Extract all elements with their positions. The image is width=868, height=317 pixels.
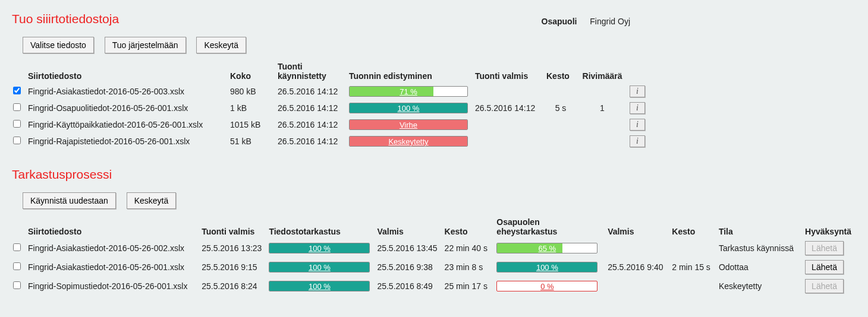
file-name: Fingrid-Asiakastiedot-2016-05-26-001.xsl…	[26, 258, 199, 277]
import-done	[473, 83, 544, 100]
col2-file: Siirtotiedosto	[26, 215, 199, 239]
cancel-import-button[interactable]: Keskeytä	[196, 37, 246, 53]
import-button[interactable]: Tuo järjestelmään	[105, 37, 186, 53]
integrity-bar: 100 %	[496, 262, 597, 272]
integrity-bar: 0 %	[496, 281, 597, 291]
party-label: Osapuoli	[542, 17, 577, 26]
file-name: Fingrid-Asiakastiedot-2016-05-26-002.xsl…	[26, 239, 199, 258]
filecheck-ready: 25.5.2016 13:45	[375, 239, 442, 258]
integrity-bar: 65 %	[496, 243, 597, 253]
row-checkbox[interactable]	[13, 243, 21, 251]
col2-integ: Osapuolen eheystarkastus	[494, 215, 605, 239]
send-button[interactable]: Lähetä	[805, 279, 844, 293]
duration	[544, 116, 580, 133]
filecheck-ready: 25.5.2016 8:49	[375, 277, 442, 296]
col-progress: Tuonnin edistyminen	[347, 59, 473, 83]
file-name: Fingrid-Asiakastiedot-2016-05-26-003.xsl…	[26, 83, 228, 100]
filecheck-bar: 100 %	[269, 243, 370, 253]
state: Keskeytetty	[716, 277, 803, 296]
import-started: 26.5.2016 14:12	[275, 133, 347, 150]
file-size: 1015 kB	[228, 116, 275, 133]
party-value: Fingrid Oyj	[590, 17, 630, 26]
integrity-dur: 2 min 15 s	[669, 258, 716, 277]
import-done: 25.5.2016 8:24	[199, 277, 266, 296]
filecheck-dur: 23 min 8 s	[442, 258, 495, 277]
row-checkbox[interactable]	[13, 120, 21, 128]
import-done	[473, 116, 544, 133]
table-row: Fingrid-Käyttöpaikkatiedot-2016-05-26-00…	[12, 116, 651, 133]
progress-bar: Keskeytetty	[349, 136, 468, 147]
col2-dur: Kesto	[442, 215, 495, 239]
import-done: 26.5.2016 14:12	[473, 100, 544, 116]
row-checkbox[interactable]	[13, 103, 21, 111]
check-title: Tarkastusprosessi	[12, 167, 856, 182]
import-started: 26.5.2016 14:12	[275, 83, 347, 100]
party-block: Osapuoli Fingrid Oyj	[542, 17, 630, 26]
integrity-ready	[605, 239, 669, 258]
progress-bar: 100 %	[349, 103, 468, 113]
col-rows: Rivimäärä	[580, 59, 627, 83]
row-count	[580, 83, 627, 100]
row-checkbox[interactable]	[13, 262, 21, 270]
file-size: 980 kB	[228, 83, 275, 100]
cancel-check-button[interactable]: Keskeytä	[127, 192, 177, 209]
file-name: Fingrid-Käyttöpaikkatiedot-2016-05-26-00…	[26, 116, 228, 133]
integrity-dur	[669, 277, 716, 296]
info-button[interactable]: i	[630, 102, 645, 114]
col-size: Koko	[228, 59, 275, 83]
import-title: Tuo siiirtotiedostoja	[12, 12, 119, 26]
col2-fc: Tiedostotarkastus	[266, 215, 375, 239]
file-name: Fingrid-Sopimustiedot-2016-05-26-001.xsl…	[26, 277, 199, 296]
import-table: Siirtotiedosto Koko Tuonti käynnistetty …	[12, 59, 651, 150]
table-row: Fingrid-Asiakastiedot-2016-05-26-002.xsl…	[12, 239, 856, 258]
filecheck-dur: 22 min 40 s	[442, 239, 495, 258]
info-button[interactable]: i	[630, 85, 645, 97]
duration: 5 s	[544, 100, 580, 116]
integrity-ready	[605, 277, 669, 296]
info-button[interactable]: i	[630, 119, 645, 131]
import-started: 26.5.2016 14:12	[275, 116, 347, 133]
integrity-ready: 25.5.2016 9:40	[605, 258, 669, 277]
row-count	[580, 133, 627, 150]
restart-button[interactable]: Käynnistä uudestaan	[23, 192, 116, 209]
file-name: Fingrid-Osapuolitiedot-2016-05-26-001.xs…	[26, 100, 228, 116]
table-row: Fingrid-Rajapistetiedot-2016-05-26-001.x…	[12, 133, 651, 150]
col-done: Tuonti valmis	[473, 59, 544, 83]
file-size: 1 kB	[228, 100, 275, 116]
check-table: Siirtotiedosto Tuonti valmis Tiedostotar…	[12, 215, 856, 296]
col-file: Siirtotiedosto	[26, 59, 228, 83]
col-started: Tuonti käynnistetty	[275, 59, 347, 83]
col2-state: Tila	[716, 215, 803, 239]
col2-ready: Valmis	[375, 215, 442, 239]
col2-done: Tuonti valmis	[199, 215, 266, 239]
duration	[544, 133, 580, 150]
send-button[interactable]: Lähetä	[805, 260, 844, 274]
file-size: 51 kB	[228, 133, 275, 150]
table-row: Fingrid-Osapuolitiedot-2016-05-26-001.xs…	[12, 100, 651, 116]
progress-bar: 71 %	[349, 86, 468, 97]
send-button[interactable]: Lähetä	[805, 241, 844, 255]
col2-appr: Hyväksyntä	[803, 215, 856, 239]
row-count	[580, 116, 627, 133]
info-button[interactable]: i	[630, 135, 645, 147]
import-done	[473, 133, 544, 150]
file-name: Fingrid-Rajapistetiedot-2016-05-26-001.x…	[26, 133, 228, 150]
row-checkbox[interactable]	[13, 87, 21, 94]
select-file-button[interactable]: Valitse tiedosto	[23, 37, 94, 53]
row-checkbox[interactable]	[13, 281, 21, 289]
filecheck-bar: 100 %	[269, 262, 370, 272]
duration	[544, 83, 580, 100]
table-row: Fingrid-Asiakastiedot-2016-05-26-001.xsl…	[12, 258, 856, 277]
filecheck-bar: 100 %	[269, 281, 370, 291]
col2-dur2: Kesto	[669, 215, 716, 239]
col-dur: Kesto	[544, 59, 580, 83]
filecheck-ready: 25.5.2016 9:38	[375, 258, 442, 277]
col2-ready2: Valmis	[605, 215, 669, 239]
integrity-dur	[669, 239, 716, 258]
state: Odottaa	[716, 258, 803, 277]
table-row: Fingrid-Sopimustiedot-2016-05-26-001.xsl…	[12, 277, 856, 296]
progress-bar: Virhe	[349, 119, 468, 130]
row-checkbox[interactable]	[13, 137, 21, 144]
state: Tarkastus käynnissä	[716, 239, 803, 258]
import-started: 26.5.2016 14:12	[275, 100, 347, 116]
